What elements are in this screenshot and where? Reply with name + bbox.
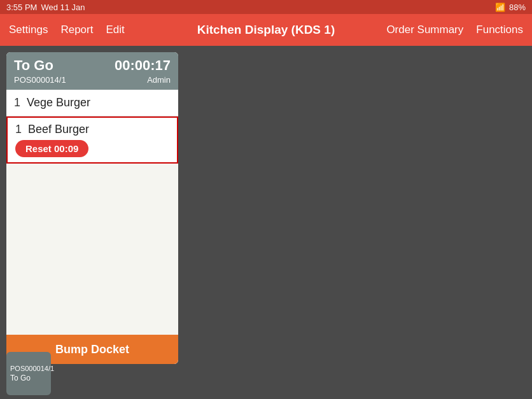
status-time: 3:55 PM xyxy=(6,3,37,12)
order-header-right: 00:00:17 Admin xyxy=(115,57,171,85)
nav-right: Order Summary Functions xyxy=(386,24,523,36)
status-left: 3:55 PM Wed 11 Jan xyxy=(6,3,85,12)
nav-title: Kitchen Display (KDS 1) xyxy=(197,23,335,37)
order-type: To Go xyxy=(14,57,66,74)
order-item-beef-burger: 1 Beef Burger Reset 00:09 xyxy=(6,116,178,164)
order-header-left: To Go POS000014/1 xyxy=(14,57,66,85)
settings-button[interactable]: Settings xyxy=(9,24,48,36)
order-card: To Go POS000014/1 00:00:17 Admin 1 Vege … xyxy=(6,52,178,364)
order-card-header: To Go POS000014/1 00:00:17 Admin xyxy=(6,52,178,90)
order-id: POS000014/1 xyxy=(14,75,66,85)
vege-burger-name: Vege Burger xyxy=(27,96,90,109)
reset-button[interactable]: Reset 00:09 xyxy=(15,140,88,157)
wifi-icon: 📶 xyxy=(495,3,505,12)
thumb-order-id: POS000014/1 xyxy=(10,365,47,372)
status-date: Wed 11 Jan xyxy=(41,3,85,12)
report-button[interactable]: Report xyxy=(60,24,93,36)
main-content: To Go POS000014/1 00:00:17 Admin 1 Vege … xyxy=(0,46,532,399)
nav-left: Settings Report Edit xyxy=(9,24,125,36)
edit-button[interactable]: Edit xyxy=(106,24,124,36)
beef-burger-name: Beef Burger xyxy=(28,123,89,136)
functions-button[interactable]: Functions xyxy=(476,24,523,36)
status-right: 📶 88% xyxy=(495,3,526,12)
battery-level: 88% xyxy=(509,3,526,12)
order-item-vege-burger: 1 Vege Burger xyxy=(6,90,178,116)
vege-burger-qty: 1 xyxy=(14,96,20,109)
order-admin: Admin xyxy=(147,75,171,85)
thumb-order-type: To Go xyxy=(10,374,47,382)
order-thumbnail[interactable]: POS000014/1 To Go xyxy=(6,352,51,395)
order-summary-button[interactable]: Order Summary xyxy=(386,24,463,36)
order-items: 1 Vege Burger 1 Beef Burger Reset 00:09 xyxy=(6,90,178,335)
bottom-area: POS000014/1 To Go xyxy=(0,348,532,399)
beef-burger-qty: 1 xyxy=(15,123,22,136)
nav-bar: Settings Report Edit Kitchen Display (KD… xyxy=(0,14,532,46)
order-timer: 00:00:17 xyxy=(115,57,171,74)
status-bar: 3:55 PM Wed 11 Jan 📶 88% xyxy=(0,0,532,14)
beef-burger-row: 1 Beef Burger xyxy=(15,123,169,136)
